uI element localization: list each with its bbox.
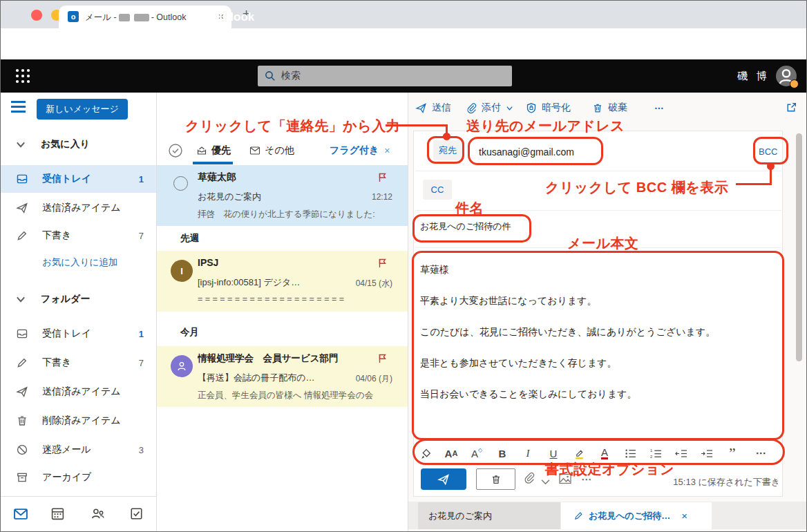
encrypt-button[interactable]: 暗号化 [526,98,571,117]
message-row-kusanagi[interactable]: 草薙太郎 お花見のご案内 12:12 拝啓 花の便りが北上する季節になりました: [157,165,408,226]
folders-section-header[interactable]: フォルダー [1,285,156,313]
close-draft-icon[interactable]: × [681,510,687,522]
draft-pencil-icon [16,357,28,369]
annotation-circle-recipient [468,137,603,165]
sidebar-item-inbox[interactable]: 受信トレイ1 [1,165,156,193]
tab-focused[interactable]: 優先 [196,144,231,157]
select-circle[interactable] [173,176,188,191]
attach-button[interactable]: 添付 [466,98,513,117]
filter-close-icon[interactable]: × [384,145,390,156]
item-count: 3 [139,445,144,455]
item-count: 7 [139,358,144,368]
trash-icon [592,102,603,114]
divider [1,496,156,497]
flag-icon[interactable] [377,172,387,182]
browser-tab-strip: o メール -- Outlook × + [1,1,807,28]
send-button-toolbar[interactable]: 送信 [415,98,451,117]
draft-pencil-icon [16,229,28,242]
folder-archive[interactable]: アーカイブ [1,464,156,491]
chevron-down-icon [15,138,27,151]
shield-lock-icon [526,102,537,114]
more-options-icon[interactable]: ⋯ [654,98,664,117]
annotation-connector [770,168,772,185]
redacted-block [119,14,130,21]
outlook-header: つながる、ひろがる、つくりだす。 常葉大学 静岡キャンパス TOKOHA UNI… [1,59,807,93]
sidebar-item-sent[interactable]: 送信済みアイテム [1,194,156,222]
open-in-new-window-icon[interactable] [786,102,797,113]
app-launcher-icon[interactable] [15,68,31,84]
annotation-connector [736,183,772,185]
hamburger-menu-icon[interactable] [11,101,26,113]
user-name: 磯 [737,70,748,83]
account-avatar[interactable] [776,66,797,86]
tasks-module-icon[interactable] [129,506,144,521]
active-tab-underline [193,162,233,164]
scrollbar-thumb[interactable] [796,133,802,361]
mail-module-icon[interactable] [13,507,28,521]
send-icon [437,473,450,486]
chevron-down-icon [506,104,513,112]
folder-drafts[interactable]: 下書き7 [1,349,156,377]
flag-icon[interactable] [377,353,387,363]
browser-window: o メール -- Outlook × + ← → ↻ outlook.offic… [0,0,807,532]
folder-inbox[interactable]: 受信トレイ1 [1,320,156,348]
discard-draft-button[interactable] [476,468,515,490]
annotation-circle-body [412,251,784,440]
taskbar-tab-hanami-shoutai[interactable]: お花見へのご招待… × [561,502,712,529]
message-time: 12:12 [372,192,392,202]
flag-icon[interactable] [377,258,387,268]
divider [415,171,781,171]
annotation-circle-bcc [753,137,788,164]
select-all-icon[interactable] [168,143,183,158]
folder-deleted[interactable]: 削除済みアイテム [1,407,156,435]
chevron-down-icon[interactable] [541,479,550,485]
user-name: 博 [757,70,767,83]
traffic-light-close[interactable] [31,10,42,21]
cc-button[interactable]: CC [423,180,452,200]
message-list [157,93,408,532]
paperclip-icon [466,102,477,114]
new-message-button[interactable]: 新しいメッセージ [37,99,128,120]
discard-button[interactable]: 破棄 [592,98,627,117]
section-this-month: 今月 [157,320,408,345]
taskbar-tab-hanami-annai[interactable]: お花見のご案内 [418,502,560,529]
message-row-jouhoushori[interactable]: 情報処理学会 会員サービス部門 【再送】会誌の冊子配布の… 04/06 (月) … [157,346,408,407]
inbox-icon [16,173,28,185]
folder-sent[interactable]: 送信済みアイテム [1,378,156,406]
search-placeholder: 検索 [281,70,301,82]
unread-count: 1 [139,329,144,339]
annotation-circle-to [427,136,464,164]
annotation-dot [767,162,775,170]
calendar-module-icon[interactable] [50,506,65,521]
browser-tab[interactable]: o メール -- Outlook × [59,6,231,28]
annotation-dot [443,133,450,140]
annotation-circle-subject [412,214,531,243]
annotation-to-hint: クリックして「連絡先」から入力 [185,117,400,135]
inbox-icon [16,327,28,340]
annotation-address-hint: 送り先のメールアドレス [466,117,625,135]
chevron-down-icon [15,293,27,305]
avatar: I [171,260,193,282]
item-count: 7 [139,231,144,241]
folder-junk[interactable]: 迷惑メール3 [1,436,156,464]
outlook-favicon: o [68,11,79,22]
sent-icon [16,202,28,214]
add-to-favorites-link[interactable]: お気に入りに追加 [42,256,117,269]
favorites-section-header[interactable]: お気に入り [1,131,156,158]
annotation-body-hint: メール本文 [567,234,638,253]
insert-attachment-icon[interactable] [524,471,535,484]
search-box[interactable]: 検索 [258,66,512,86]
flagged-filter-chip[interactable]: フラグ付き × [330,144,390,157]
tab-other[interactable]: その他 [249,144,294,157]
trash-icon [16,415,28,427]
tab-title: メール -- Outlook [85,12,186,23]
unread-count: 1 [139,174,144,184]
send-button[interactable] [421,468,466,490]
annotation-bcc-hint: クリックして BCC 欄を表示 [545,178,728,197]
status-badge [790,79,799,88]
send-icon [415,102,427,114]
message-row-ipsj[interactable]: I IPSJ [ipsj-info:00581] デジタ… 04/15 (水) … [157,251,408,312]
message-date: 04/06 (月) [356,373,392,385]
sidebar-item-drafts[interactable]: 下書き7 [1,222,156,249]
people-module-icon[interactable] [91,506,105,521]
